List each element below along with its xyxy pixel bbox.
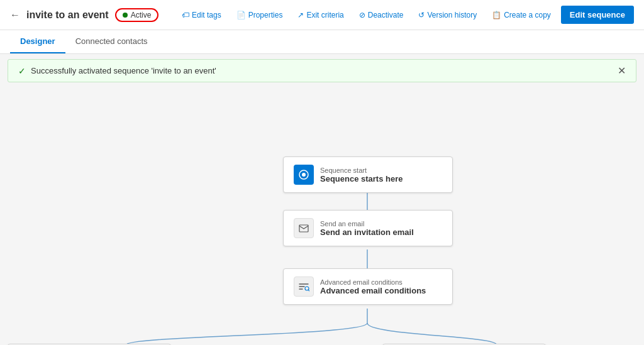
status-label: Active (131, 11, 152, 19)
sequence-start-icon (294, 165, 314, 185)
success-message: Successfully activated sequence 'invite … (31, 66, 613, 75)
tag-icon: 🏷 (182, 11, 189, 19)
page-title: invite to an event (26, 9, 109, 21)
deactivate-button[interactable]: ⊘ Deactivate (354, 8, 409, 22)
status-badge: Active (115, 8, 159, 22)
close-banner-button[interactable]: ✕ (618, 65, 626, 77)
back-button[interactable]: ← (10, 9, 20, 21)
success-banner: ✓ Successfully activated sequence 'invit… (8, 59, 636, 82)
copy-icon: 📋 (492, 11, 501, 19)
email-icon-1 (294, 218, 314, 238)
success-icon: ✓ (18, 66, 26, 76)
advanced-conditions-1-node[interactable]: Advanced email conditions Advanced email… (283, 268, 453, 305)
header-left: ← invite to an event Active (10, 8, 158, 22)
sequence-start-node[interactable]: Sequence start Sequence starts here (283, 156, 453, 193)
deactivate-icon: ⊘ (359, 11, 365, 19)
flow-container: Sequence start Sequence starts here Send… (0, 87, 644, 345)
history-icon: ↺ (418, 11, 425, 19)
create-copy-button[interactable]: 📋 Create a copy (487, 8, 556, 22)
tab-connected-contacts[interactable]: Connected contacts (65, 30, 158, 53)
edit-sequence-button[interactable]: Edit sequence (561, 6, 634, 24)
tabs-bar: Designer Connected contacts (0, 30, 644, 54)
exit-criteria-button[interactable]: ↗ Exit criteria (292, 8, 348, 22)
app-header: ← invite to an event Active 🏷 Edit tags … (0, 0, 644, 30)
properties-button[interactable]: 📄 Properties (231, 8, 288, 22)
flow-canvas: Sequence start Sequence starts here Send… (0, 87, 644, 345)
sequence-start-content: Sequence start Sequence starts here (320, 167, 403, 183)
header-actions: 🏷 Edit tags 📄 Properties ↗ Exit criteria… (177, 6, 634, 24)
version-history-button[interactable]: ↺ Version history (413, 8, 482, 22)
send-invitation-content: Send an email Send an invitation email (320, 220, 414, 237)
properties-icon: 📄 (236, 11, 246, 19)
advanced-conditions-1-content: Advanced email conditions Advanced email… (320, 278, 426, 295)
conditions-icon-1 (294, 277, 314, 297)
edit-tags-button[interactable]: 🏷 Edit tags (177, 8, 226, 22)
tab-designer[interactable]: Designer (10, 30, 65, 53)
exit-icon: ↗ (297, 11, 304, 19)
status-dot (123, 13, 128, 18)
svg-point-7 (302, 173, 306, 177)
send-invitation-node[interactable]: Send an email Send an invitation email (283, 210, 453, 246)
